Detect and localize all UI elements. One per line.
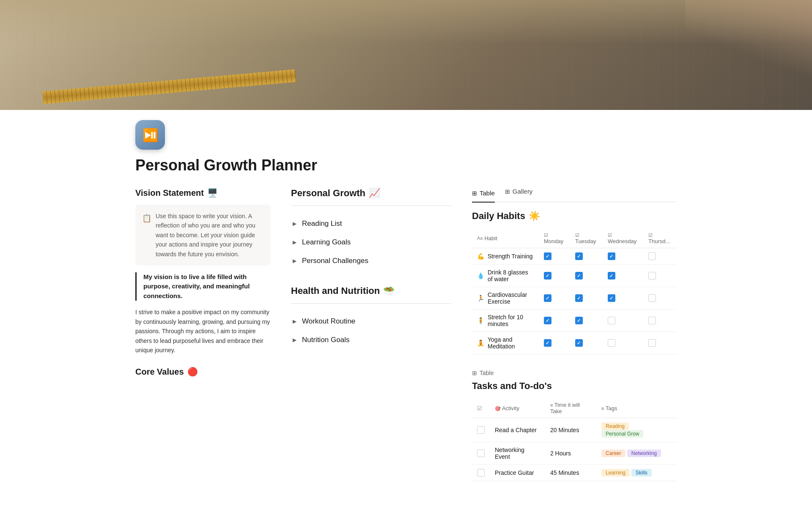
monday-check-icon: ☑ <box>544 233 548 238</box>
tasks-table-header: ☑ 🎯 Activity ≡ Time it will Take <box>472 398 677 418</box>
personal-growth-section: Personal Growth 📈 ▶ Reading List ▶ Learn… <box>291 188 452 270</box>
habit-row: 🧘Yoga and Meditation <box>472 332 677 354</box>
task-tag: Skills <box>631 469 652 477</box>
tags-col-label: Tags <box>606 405 617 411</box>
wednesday-cell[interactable] <box>603 287 643 310</box>
unchecked-checkbox[interactable] <box>608 339 615 347</box>
checked-checkbox[interactable] <box>575 272 583 280</box>
monday-cell[interactable] <box>539 310 570 332</box>
tasks-table-label: ⊞ Table <box>472 370 677 376</box>
tuesday-cell[interactable] <box>570 310 603 332</box>
monday-cell[interactable] <box>539 265 570 287</box>
thursday-cell[interactable] <box>643 287 677 310</box>
wednesday-cell[interactable] <box>603 310 643 332</box>
tuesday-cell[interactable] <box>570 287 603 310</box>
checked-checkbox[interactable] <box>544 252 551 260</box>
wednesday-cell[interactable] <box>603 332 643 354</box>
checked-checkbox[interactable] <box>608 294 615 302</box>
workout-routine-item[interactable]: ▶ Workout Routine <box>291 312 452 331</box>
task-checkbox[interactable] <box>477 449 485 457</box>
checked-checkbox[interactable] <box>575 294 583 302</box>
unchecked-checkbox[interactable] <box>648 252 656 260</box>
checked-checkbox[interactable] <box>544 339 551 347</box>
tab-gallery[interactable]: ⊞ Gallery <box>505 188 533 198</box>
tasks-heading: Tasks and To-do's <box>472 381 677 392</box>
task-row: Practice Guitar45 MinutesLearningSkills <box>472 465 677 481</box>
tasks-section: ⊞ Table Tasks and To-do's ☑ 🎯 Activity <box>472 370 677 481</box>
monday-cell[interactable] <box>539 287 570 310</box>
daily-habits-icon: ☀️ <box>529 211 540 222</box>
wednesday-col-header: ☑ Wednesday <box>603 228 643 248</box>
checked-checkbox[interactable] <box>544 317 551 324</box>
habits-table-header: Aa Habit ☑ Monday ☑ Tuesday <box>472 228 677 248</box>
task-check-cell[interactable] <box>472 442 490 465</box>
personal-challenges-item[interactable]: ▶ Personal Challenges <box>291 252 452 270</box>
unchecked-checkbox[interactable] <box>648 317 656 324</box>
learning-goals-item[interactable]: ▶ Learning Goals <box>291 233 452 252</box>
habit-col-header: Aa Habit <box>472 228 539 248</box>
tuesday-cell[interactable] <box>570 265 603 287</box>
wednesday-check-icon: ☑ <box>608 233 612 238</box>
workout-routine-label: Workout Routine <box>302 317 355 326</box>
task-activity-cell: Read a Chapter <box>490 418 545 442</box>
unchecked-checkbox[interactable] <box>648 339 656 347</box>
tabs-row: ⊞ Table ⊞ Gallery <box>472 188 677 202</box>
tuesday-cell[interactable] <box>570 248 603 265</box>
thursday-cell[interactable] <box>643 248 677 265</box>
unchecked-checkbox[interactable] <box>648 272 656 280</box>
core-values-heading: Core Values 🔴 <box>135 367 271 377</box>
learning-goals-label: Learning Goals <box>302 238 351 247</box>
task-tag: Reading <box>601 422 629 430</box>
blockquote: My vision is to live a life filled with … <box>135 272 271 301</box>
checked-checkbox[interactable] <box>575 317 583 324</box>
habit-name-text: Cardiovascular Exercise <box>488 291 534 305</box>
tags-icon: ≡ <box>601 406 604 411</box>
task-time-cell: 20 Minutes <box>545 418 596 442</box>
task-tag: Personal Grow <box>601 430 643 438</box>
health-heading: Health and Nutrition 🥗 <box>291 285 452 304</box>
checked-checkbox[interactable] <box>608 252 615 260</box>
main-layout: Vision Statement 🖥️ 📋 Use this space to … <box>135 188 677 481</box>
personal-growth-heading: Personal Growth 📈 <box>291 188 452 206</box>
health-heading-text: Health and Nutrition <box>291 285 380 296</box>
thursday-cell[interactable] <box>643 265 677 287</box>
thursday-cell[interactable] <box>643 310 677 332</box>
habits-table-body: 💪Strength Training💧Drink 8 glasses of wa… <box>472 248 677 354</box>
monday-col-header: ☑ Monday <box>539 228 570 248</box>
checked-checkbox[interactable] <box>575 339 583 347</box>
wednesday-cell[interactable] <box>603 265 643 287</box>
checked-checkbox[interactable] <box>575 252 583 260</box>
thursday-cell[interactable] <box>643 332 677 354</box>
task-check-cell[interactable] <box>472 465 490 481</box>
monday-cell[interactable] <box>539 248 570 265</box>
nutrition-goals-item[interactable]: ▶ Nutrition Goals <box>291 331 452 349</box>
thursday-label: Thursd... <box>648 238 670 244</box>
unchecked-checkbox[interactable] <box>648 294 656 302</box>
monday-cell[interactable] <box>539 332 570 354</box>
reading-list-label: Reading List <box>302 219 342 228</box>
wednesday-cell[interactable] <box>603 248 643 265</box>
personal-challenges-label: Personal Challenges <box>302 257 368 265</box>
core-values-heading-text: Core Values <box>135 367 184 377</box>
daily-habits-heading-text: Daily Habits <box>472 211 525 222</box>
checked-checkbox[interactable] <box>608 272 615 280</box>
tab-table[interactable]: ⊞ Table <box>472 188 495 203</box>
gallery-icon: ⊞ <box>505 188 510 195</box>
task-tags-cell: LearningSkills <box>596 465 677 481</box>
checked-checkbox[interactable] <box>544 294 551 302</box>
unchecked-checkbox[interactable] <box>608 317 615 324</box>
vision-heading-text: Vision Statement <box>135 188 204 198</box>
activity-icon: 🎯 <box>495 406 501 411</box>
task-check-cell[interactable] <box>472 418 490 442</box>
habit-col-aa-icon: Aa <box>477 236 483 241</box>
tuesday-cell[interactable] <box>570 332 603 354</box>
habit-name-cell: 💪Strength Training <box>472 248 539 265</box>
task-checkbox[interactable] <box>477 426 485 434</box>
habit-emoji: 💪 <box>477 253 484 260</box>
task-checkbox[interactable] <box>477 469 485 477</box>
checked-checkbox[interactable] <box>544 272 551 280</box>
nutrition-goals-label: Nutrition Goals <box>302 336 349 344</box>
hero-banner <box>0 0 812 110</box>
task-tag: Learning <box>601 469 630 477</box>
reading-list-item[interactable]: ▶ Reading List <box>291 214 452 233</box>
